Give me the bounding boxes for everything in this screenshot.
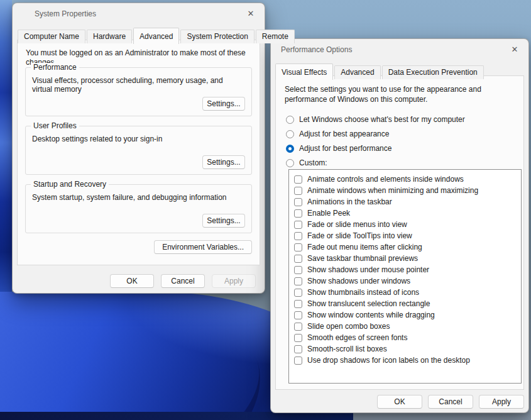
tab-label: Computer Name — [24, 32, 79, 41]
ok-button[interactable]: OK — [110, 274, 154, 288]
cancel-button[interactable]: Cancel — [161, 274, 205, 288]
checkbox-label: Smooth edges of screen fonts — [307, 333, 407, 342]
visual-effect-option-row[interactable]: Show shadows under windows — [294, 275, 521, 287]
checkbox-label: Fade out menu items after clicking — [307, 243, 422, 251]
radio-label: Adjust for best performance — [299, 144, 391, 153]
settings-button[interactable]: Settings... — [202, 214, 245, 228]
visual-effect-option-row[interactable]: Animate windows when minimizing and maxi… — [294, 185, 521, 196]
checkbox-label: Fade or slide ToolTips into view — [307, 231, 412, 240]
performance-options-tab[interactable]: Data Execution Prevention — [382, 65, 484, 79]
radio-option[interactable]: Adjust for best appearance — [286, 127, 523, 141]
group-label: User Profiles — [31, 121, 79, 130]
checkbox-icon[interactable] — [294, 356, 302, 365]
checkbox-icon[interactable] — [294, 243, 302, 251]
settings-button[interactable]: Settings... — [202, 155, 245, 169]
visual-effect-option-row[interactable]: Show translucent selection rectangle — [294, 298, 521, 309]
checkbox-icon[interactable] — [294, 175, 302, 184]
visual-effect-option-row[interactable]: Fade out menu items after clicking — [294, 241, 521, 253]
checkbox-icon[interactable] — [294, 266, 302, 274]
visual-effect-option-row[interactable]: Show thumbnails instead of icons — [294, 287, 521, 298]
checkbox-label: Enable Peek — [307, 209, 350, 218]
checkbox-label: Show window contents while dragging — [307, 311, 435, 319]
radio-label: Adjust for best appearance — [299, 130, 389, 138]
radio-option[interactable]: Adjust for best performance — [286, 141, 523, 155]
checkbox-label: Animate windows when minimizing and maxi… — [307, 186, 478, 195]
group-label: Startup and Recovery — [31, 180, 109, 189]
tab-label: Hardware — [93, 32, 126, 41]
visual-effect-option-row[interactable]: Smooth edges of screen fonts — [294, 332, 521, 343]
window-title: System Properties — [35, 9, 96, 18]
settings-group: User Profiles Desktop settings related t… — [25, 126, 252, 175]
system-properties-tab[interactable]: Computer Name — [18, 30, 85, 43]
checkbox-label: Fade or slide menus into view — [307, 220, 407, 229]
checkbox-icon[interactable] — [294, 255, 302, 263]
tab-label: Advanced — [341, 68, 374, 77]
dialog-button-row: OK Cancel Apply — [110, 274, 256, 288]
system-properties-tab[interactable]: System Protection — [180, 30, 254, 43]
tab-label: Visual Effects — [282, 68, 327, 77]
visual-effect-option-row[interactable]: Animate controls and elements inside win… — [294, 174, 521, 185]
visual-effect-option-row[interactable]: Save taskbar thumbnail previews — [294, 253, 521, 264]
system-properties-dialog: System Properties ✕ Computer Name Hardwa… — [12, 3, 265, 294]
checkbox-label: Show shadows under windows — [307, 277, 410, 285]
visual-effects-listbox[interactable]: Animate controls and elements inside win… — [288, 169, 522, 384]
checkbox-icon[interactable] — [294, 334, 302, 342]
radio-icon[interactable] — [286, 159, 294, 167]
checkbox-icon[interactable] — [294, 345, 302, 353]
checkbox-icon[interactable] — [294, 209, 302, 218]
radio-option[interactable]: Let Windows choose what's best for my co… — [286, 113, 523, 126]
visual-effect-option-row[interactable]: Use drop shadows for icon labels on the … — [294, 355, 521, 366]
system-properties-tab-strip: Computer Name Hardware Advanced System P… — [18, 28, 296, 43]
radio-icon[interactable] — [286, 130, 294, 138]
performance-options-tab[interactable]: Advanced — [334, 65, 380, 79]
checkbox-label: Animations in the taskbar — [307, 197, 392, 206]
close-icon[interactable]: ✕ — [509, 44, 520, 55]
advanced-tab-page: You must be logged on as an Administrato… — [17, 40, 260, 265]
checkbox-icon[interactable] — [294, 277, 302, 285]
radio-label: Custom: — [299, 158, 327, 167]
checkbox-icon[interactable] — [294, 187, 302, 195]
settings-button[interactable]: Settings... — [202, 97, 245, 111]
close-icon[interactable]: ✕ — [245, 8, 256, 19]
visual-effect-option-row[interactable]: Animations in the taskbar — [294, 196, 521, 207]
checkbox-label: Slide open combo boxes — [307, 322, 390, 331]
checkbox-icon[interactable] — [294, 198, 302, 206]
checkbox-icon[interactable] — [294, 232, 302, 240]
checkbox-label: Use drop shadows for icon labels on the … — [307, 356, 470, 365]
title-bar[interactable]: System Properties ✕ — [13, 3, 265, 23]
checkbox-icon[interactable] — [294, 289, 302, 297]
visual-effect-option-row[interactable]: Show shadows under mouse pointer — [294, 264, 521, 275]
visual-effect-option-row[interactable]: Fade or slide ToolTips into view — [294, 230, 521, 241]
system-properties-tab[interactable]: Advanced — [133, 28, 179, 44]
radio-option[interactable]: Custom: — [286, 156, 523, 170]
checkbox-label: Show translucent selection rectangle — [307, 299, 430, 308]
radio-icon[interactable] — [286, 145, 294, 153]
checkbox-label: Smooth-scroll list boxes — [307, 345, 387, 353]
visual-effect-option-row[interactable]: Smooth-scroll list boxes — [294, 343, 521, 355]
visual-effect-option-row[interactable]: Show window contents while dragging — [294, 309, 521, 321]
ok-button[interactable]: OK — [377, 395, 422, 409]
tab-label: Remote — [262, 32, 288, 41]
title-bar[interactable]: Performance Options ✕ — [271, 39, 528, 59]
performance-options-tab-strip: Visual Effects Advanced Data Execution P… — [275, 64, 485, 79]
checkbox-label: Save taskbar thumbnail previews — [307, 254, 418, 263]
visual-effect-option-row[interactable]: Enable Peek — [294, 207, 521, 219]
radio-icon[interactable] — [286, 116, 294, 124]
checkbox-icon[interactable] — [294, 311, 302, 319]
checkbox-icon[interactable] — [294, 221, 302, 229]
tab-label: System Protection — [187, 32, 248, 41]
window-title: Performance Options — [281, 45, 352, 54]
visual-effect-option-row[interactable]: Slide open combo boxes — [294, 321, 521, 332]
environment-variables-button[interactable]: Environment Variables... — [154, 240, 252, 254]
apply-button[interactable]: Apply — [479, 395, 524, 409]
system-properties-tab[interactable]: Hardware — [87, 30, 132, 43]
performance-options-tab[interactable]: Visual Effects — [275, 64, 333, 80]
visual-effect-option-row[interactable]: Fade or slide menus into view — [294, 219, 521, 230]
checkbox-icon[interactable] — [294, 300, 302, 308]
cancel-button[interactable]: Cancel — [428, 395, 473, 409]
apply-button[interactable]: Apply — [212, 274, 256, 288]
system-properties-tab[interactable]: Remote — [256, 30, 295, 43]
checkbox-icon[interactable] — [294, 323, 302, 331]
dialog-button-row: OK Cancel Apply — [377, 395, 524, 409]
checkbox-label: Show thumbnails instead of icons — [307, 288, 419, 297]
